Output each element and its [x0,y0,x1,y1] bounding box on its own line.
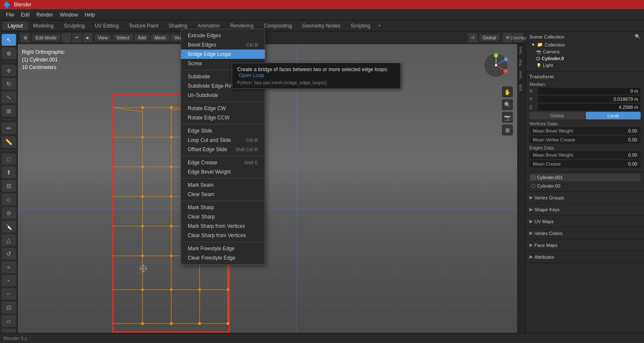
tab-layout[interactable]: Layout [3,22,28,30]
global-button[interactable]: Global [529,112,585,119]
transform-tool-btn[interactable]: ⊞ [2,105,16,117]
proportional-edit-icon[interactable]: ⊙ [468,33,477,42]
menu-item-rotate-ccw[interactable]: Rotate Edge CCW [181,113,265,122]
view-btn[interactable]: View [95,34,112,41]
loop-cut-btn[interactable]: ⊘ [2,207,16,219]
edge-slide-btn[interactable]: ↔ [2,288,16,300]
menu-item-edge-crease[interactable]: Edge Crease Shift E [181,158,265,167]
vertex-icon[interactable]: · [62,33,71,42]
move-tool-btn[interactable]: ✛ [2,65,16,77]
menu-item-edge-bevel-weight[interactable]: Edge Bevel Weight [181,167,265,177]
menu-item-clear-freestyle[interactable]: Clear Freestyle Edge [181,253,265,263]
tab-compositing[interactable]: Compositing [259,22,297,30]
tab-uv-editing[interactable]: UV Editing [90,22,124,30]
tab-scripting[interactable]: Scripting [345,22,375,30]
menu-item-extrude-edges[interactable]: Extrude Edges [181,31,265,40]
tab-edit[interactable]: Edit [518,82,525,94]
menu-item-clear-seam[interactable]: Clear Seam [181,190,265,199]
select-tool-btn[interactable]: ↖ [2,34,16,46]
spin-btn[interactable]: ↺ [2,248,16,260]
vertex-colors-header[interactable]: ▶ Vertex Colors [529,229,641,237]
face-icon[interactable]: ■ [83,33,92,42]
tab-item[interactable]: Item [518,44,525,57]
mean-bevel-weight-edge-value[interactable]: 0.00 [628,152,637,158]
tab-geometry-nodes[interactable]: Geometry Nodes [297,22,345,30]
menu-item-clear-sharp-from-verts[interactable]: Clear Sharp from Vertices [181,231,265,240]
bevel-btn[interactable]: ◇ [2,194,16,205]
cylinder-item[interactable]: ⬡ Cylinder.0 [529,55,641,62]
randomize-btn[interactable]: ⁃ [2,275,16,287]
overlay-btn[interactable]: Overlay [514,33,523,42]
menu-item-bevel-edges[interactable]: Bevel Edges Ctrl B [181,40,265,50]
scene-collection-search-icon[interactable]: 🔍 [635,34,641,39]
menu-edit[interactable]: Edit [17,11,33,19]
menu-item-loop-cut[interactable]: Loop Cut and Slide Ctrl R [181,136,265,145]
uv-maps-header[interactable]: ▶ UV Maps [529,217,641,225]
local-button[interactable]: Local [586,112,641,119]
z-value[interactable]: 4.2588 m [538,104,641,111]
shape-keys-header[interactable]: ▶ Shape Keys [529,205,641,213]
mean-crease-row: Mean Crease 0.00 [529,160,641,168]
tab-modeling[interactable]: Modeling [28,22,59,30]
menu-help[interactable]: Help [81,11,99,19]
mean-crease-value[interactable]: 0.00 [628,161,637,166]
menu-item-bridge-edge-loops[interactable]: Bridge Edge Loops [181,50,265,59]
grid-icon[interactable]: ⊞ [502,124,513,136]
editor-type-btn[interactable]: 🖥 [20,33,30,42]
inset-btn[interactable]: ⊟ [2,180,16,192]
menu-item-edge-slide[interactable]: Edge Slide [181,126,265,136]
menu-item-mark-freestyle[interactable]: Mark Freestyle Edge [181,244,265,253]
menu-file[interactable]: File [3,11,17,19]
menu-item-mark-sharp[interactable]: Mark Sharp [181,203,265,212]
camera-icon[interactable]: 📷 [502,112,513,123]
camera-item[interactable]: 📷 Camera [529,48,641,55]
light-item[interactable]: 💡 Light [529,62,641,69]
global-btn[interactable]: Global [479,34,499,41]
measure-btn[interactable]: 📏 [2,136,16,148]
mesh-btn[interactable]: Mesh [151,34,169,41]
rotate-tool-btn[interactable]: ↻ [2,78,16,90]
status-bar: Blender 3.x [0,333,644,343]
edge-icon-btn[interactable]: ━ [72,33,82,42]
y-value[interactable]: 0.018679 m [538,96,641,102]
shrink-btn[interactable]: ⊡ [2,302,16,313]
add-btn[interactable]: Add [134,34,150,41]
tab-view[interactable]: View [518,69,525,82]
smooth-btn[interactable]: ≈ [2,261,16,273]
tab-sculpting[interactable]: Sculpting [59,22,90,30]
nav-gizmo[interactable]: Y X Z [481,50,511,80]
shear-btn[interactable]: ▱ [2,315,16,327]
menu-item-mark-sharp-from-verts[interactable]: Mark Sharp from Vertices [181,221,265,231]
collection-item[interactable]: ▼ 📁 Collection [529,41,641,48]
add-workspace-tab[interactable]: + [375,22,384,30]
attributes-header[interactable]: ▶ Attributes [529,253,641,261]
pan-icon[interactable]: ✋ [502,86,513,97]
menu-item-unsubdivide[interactable]: Un-Subdivide [181,91,265,100]
menu-render[interactable]: Render [33,11,56,19]
mode-icons: 🖥 [20,33,30,42]
scale-tool-btn[interactable]: ⤡ [2,91,16,103]
knife-btn[interactable]: 🔪 [2,221,16,232]
mode-selector[interactable]: Edit Mode [32,34,60,41]
select-btn[interactable]: Select [113,34,133,41]
menu-item-clear-sharp[interactable]: Clear Sharp [181,212,265,221]
zoom-icon[interactable]: 🔍 [502,99,513,110]
mean-vertex-crease-value[interactable]: 0.00 [628,137,637,142]
x-value[interactable]: 0 m [538,88,641,94]
cylinder-obj1-item[interactable]: ⬡ Cylinder.001 ⬡ Cylinder.00 [526,172,644,192]
poly-build-btn[interactable]: △ [2,234,16,246]
menu-window[interactable]: Window [56,11,81,19]
extrude-btn[interactable]: ⬆ [2,166,16,178]
vertex-groups-header[interactable]: ▶ Vertex Groups [529,194,641,202]
face-maps-header[interactable]: ▶ Face Maps [529,241,641,249]
cursor-tool-btn[interactable]: ⊕ [2,47,16,59]
mean-bevel-weight-vertex-value[interactable]: 0.00 [628,128,637,133]
add-cube-btn[interactable]: □ [2,153,16,165]
tab-tool[interactable]: Tool [518,57,525,69]
menu-item-offset-edge-slide[interactable]: Offset Edge Slide Shift Ctrl R [181,145,265,154]
y-row: Y 0.018679 m [529,96,641,102]
annotate-btn[interactable]: ✏ [2,122,16,134]
tab-texture-paint[interactable]: Texture Paint [124,22,164,30]
menu-item-rotate-cw[interactable]: Rotate Edge CW [181,104,265,113]
menu-item-mark-seam[interactable]: Mark Seam [181,180,265,190]
